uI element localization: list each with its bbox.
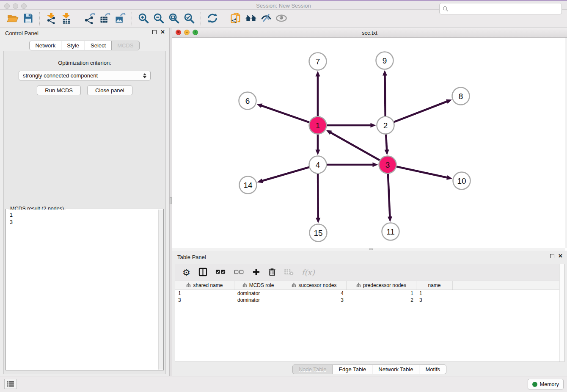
tab-network[interactable]: Network xyxy=(29,41,61,50)
optimization-criterion-select[interactable]: strongly connected component xyxy=(19,71,151,80)
float-table-panel-icon[interactable] xyxy=(550,254,554,258)
show-all-button[interactable] xyxy=(274,11,289,26)
tab-select[interactable]: Select xyxy=(85,41,112,50)
table-cell[interactable]: dominator xyxy=(234,297,282,304)
column-header-shared-name[interactable]: shared name xyxy=(175,281,234,290)
zoom-fit-button[interactable] xyxy=(166,11,182,26)
search-input[interactable] xyxy=(451,6,559,12)
graph-edge-3-1[interactable] xyxy=(330,132,380,160)
delete-column-button[interactable] xyxy=(268,266,276,279)
graph-node-label-6: 6 xyxy=(245,97,250,105)
table-cell[interactable]: dominator xyxy=(234,290,282,297)
table-cell[interactable]: 4 xyxy=(282,290,347,297)
table-cell[interactable]: 3 xyxy=(282,297,347,304)
graph-edge-arrowhead xyxy=(256,104,262,108)
table-vscrollbar[interactable] xyxy=(559,264,564,362)
graph-edge-arrowhead xyxy=(316,218,320,223)
first-neighbors-button[interactable] xyxy=(243,11,259,26)
clone-network-button[interactable] xyxy=(228,11,243,26)
graph-edge-2-8[interactable] xyxy=(394,101,448,122)
table-row[interactable]: 3dominator323 xyxy=(175,297,564,304)
search-box[interactable] xyxy=(439,3,562,14)
network-vscrollbar[interactable] xyxy=(565,38,567,248)
float-panel-icon[interactable] xyxy=(152,30,157,34)
network-graph[interactable]: 7968124314101511 xyxy=(172,38,565,248)
import-table-icon xyxy=(61,12,72,25)
graph-edge-arrowhead xyxy=(446,99,452,104)
table-panel: Table Panel ✕ ⚙f(x) shared nameMCDS role… xyxy=(172,252,567,376)
close-panel-icon[interactable]: ✕ xyxy=(160,30,165,34)
close-table-panel-icon[interactable]: ✕ xyxy=(558,254,563,258)
graph-edge-4-14[interactable] xyxy=(261,167,309,181)
column-header-name[interactable]: name xyxy=(416,281,453,290)
close-panel-button[interactable]: Close panel xyxy=(87,86,132,95)
column-header-label: predecessor nodes xyxy=(363,282,406,288)
graph-edge-4-15[interactable] xyxy=(318,174,318,219)
graph-edge-3-10[interactable] xyxy=(396,167,448,178)
memory-button[interactable]: Memory xyxy=(528,379,564,389)
table-settings-icon: ⚙ xyxy=(182,268,190,277)
table-cell[interactable]: 3 xyxy=(175,297,234,304)
save-session-button[interactable] xyxy=(20,11,36,26)
graph-edge-arrowhead xyxy=(316,150,320,155)
tab-node-table[interactable]: Node Table xyxy=(292,364,333,374)
export-image-icon xyxy=(114,12,126,25)
import-table-button[interactable] xyxy=(59,11,74,26)
task-history-button[interactable] xyxy=(4,379,17,389)
graph-edge-3-11[interactable] xyxy=(388,174,390,218)
graph-edge-2-9[interactable] xyxy=(385,74,385,116)
network-window-title: scc.txt xyxy=(172,30,567,36)
table-row[interactable]: 1dominator411 xyxy=(175,290,564,297)
column-header-predecessor-nodes[interactable]: predecessor nodes xyxy=(347,281,416,290)
table-cell[interactable]: 2 xyxy=(347,297,416,304)
select-all-columns-button[interactable] xyxy=(215,266,226,279)
add-column-button[interactable] xyxy=(252,266,260,279)
import-network-button[interactable] xyxy=(44,11,59,26)
tab-style[interactable]: Style xyxy=(61,41,85,50)
table-panel-header: Table Panel ✕ xyxy=(172,252,567,263)
graph-edge-1-6[interactable] xyxy=(261,105,309,122)
panel-splitter[interactable] xyxy=(169,28,172,376)
zoom-in-button[interactable] xyxy=(136,11,151,26)
table-cell[interactable]: 1 xyxy=(175,290,234,297)
table-cell[interactable]: 1 xyxy=(416,290,453,297)
table-cell[interactable]: 1 xyxy=(347,290,416,297)
export-table-button[interactable] xyxy=(97,11,113,26)
network-hscrollbar[interactable] xyxy=(172,248,565,251)
mcds-result-item: 1 xyxy=(10,212,155,219)
table-cell[interactable]: 3 xyxy=(416,297,453,304)
tab-mcds[interactable]: MCDS xyxy=(111,41,139,50)
graph-node-label-1: 1 xyxy=(316,121,320,130)
graph-edge-2-3[interactable] xyxy=(386,134,387,151)
zoom-selected-button[interactable] xyxy=(182,11,197,26)
delete-column-icon xyxy=(268,268,276,278)
tab-network-table[interactable]: Network Table xyxy=(372,364,419,374)
refresh-button[interactable] xyxy=(205,11,220,26)
column-header-successor-nodes[interactable]: successor nodes xyxy=(282,281,347,290)
zoom-out-icon xyxy=(153,12,165,25)
status-bar: Memory xyxy=(0,376,567,392)
zoom-out-button[interactable] xyxy=(151,11,166,26)
open-file-button[interactable] xyxy=(5,11,20,26)
hide-selected-button[interactable] xyxy=(259,11,274,26)
graph-edge-arrowhead xyxy=(373,163,378,167)
function-builder-icon: f(x) xyxy=(302,268,315,277)
mcds-result-list[interactable]: 13 xyxy=(6,210,158,370)
table-toolbar: ⚙f(x) xyxy=(175,264,564,281)
tab-edge-table[interactable]: Edge Table xyxy=(332,364,372,374)
export-image-button[interactable] xyxy=(113,11,128,26)
result-scrollbar[interactable] xyxy=(158,210,163,370)
splitter-handle[interactable] xyxy=(170,197,172,204)
column-header-MCDS-role[interactable]: MCDS role xyxy=(234,281,282,290)
hscroll-handle[interactable] xyxy=(369,248,373,250)
run-mcds-button[interactable]: Run MCDS xyxy=(37,86,81,95)
graph-node-label-9: 9 xyxy=(383,56,387,65)
network-canvas[interactable]: 7968124314101511 xyxy=(172,38,565,248)
unselect-all-columns-button[interactable] xyxy=(234,266,244,279)
export-network-button[interactable] xyxy=(82,11,97,26)
table-settings-button[interactable]: ⚙ xyxy=(182,266,190,279)
graph-edge-arrowhead xyxy=(388,216,392,222)
toggle-columns-button[interactable] xyxy=(198,266,207,279)
tab-motifs[interactable]: Motifs xyxy=(419,364,446,374)
selected-option: strongly connected component xyxy=(23,72,143,79)
